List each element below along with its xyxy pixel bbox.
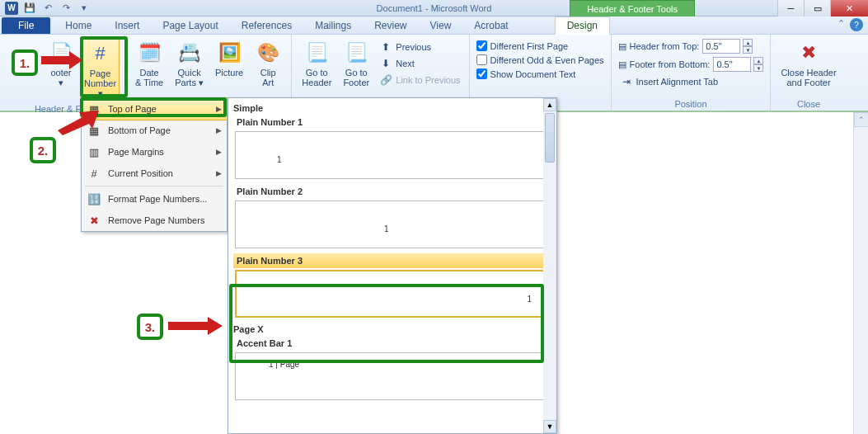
different-first-page-checkbox[interactable]: Different First Page	[475, 40, 606, 52]
link-to-previous-button[interactable]: 🔗Link to Previous	[376, 73, 463, 87]
goto-footer-button[interactable]: 📃 Go to Footer	[338, 36, 374, 91]
tab-references[interactable]: References	[230, 17, 303, 34]
scrollbar-thumb[interactable]	[545, 113, 555, 163]
menu-format-page-numbers[interactable]: 🔢 Format Page Numbers...	[82, 188, 227, 210]
close-hf-icon: ✖	[795, 40, 822, 66]
gallery-heading-simple: Simple	[233, 101, 551, 115]
ribbon-minimize-icon[interactable]: ⌃	[838, 18, 845, 31]
callout-2: 2.	[30, 137, 56, 163]
menu-remove-page-numbers[interactable]: ✖ Remove Page Numbers	[82, 210, 227, 231]
tab-home[interactable]: Home	[54, 17, 103, 34]
header-from-top-input[interactable]: 0.5"	[702, 39, 740, 54]
clip-art-button[interactable]: 🎨 Clip Art	[250, 36, 286, 91]
tab-insert[interactable]: Insert	[103, 17, 151, 34]
callout-3: 3.	[137, 314, 163, 340]
insert-alignment-tab-button[interactable]: ⇥Insert Alignment Tab	[617, 74, 766, 89]
tab-file[interactable]: File	[2, 17, 50, 34]
date-time-icon: 🗓️	[136, 40, 162, 66]
maximize-button[interactable]: ▭	[804, 0, 830, 17]
gallery-heading-pagex: Page X	[233, 323, 551, 336]
gallery-preview-accent-1: 1 | Page	[235, 352, 550, 400]
next-icon: ⬇	[379, 57, 392, 70]
goto-header-icon: 📃	[303, 40, 330, 66]
undo-icon[interactable]: ↶	[41, 2, 54, 15]
svg-marker-2	[168, 317, 223, 335]
page-margins-icon: ▥	[87, 144, 101, 159]
group-label-close: Close	[776, 97, 841, 111]
header-top-icon: ▤	[618, 41, 626, 52]
save-icon[interactable]: 💾	[23, 2, 36, 15]
submenu-arrow-icon: ▶	[216, 126, 222, 134]
footer-bottom-spinner[interactable]: ▲▼	[753, 57, 763, 72]
menu-separator	[85, 186, 223, 186]
goto-footer-icon: 📃	[343, 40, 369, 66]
footer-from-bottom-input[interactable]: 0.5"	[713, 57, 751, 72]
word-app-icon[interactable]: W	[5, 2, 18, 15]
gallery-scrollbar[interactable]: ▲ ▼	[543, 98, 556, 433]
window-buttons: ─ ▭ ✕	[777, 0, 868, 17]
menu-current-position[interactable]: # Current Position ▶	[82, 163, 227, 184]
arrow-3	[168, 317, 223, 335]
goto-header-button[interactable]: 📃 Go to Header	[297, 36, 336, 91]
redo-icon[interactable]: ↷	[59, 2, 73, 15]
title-bar: W 💾 ↶ ↷ ▾ Document1 - Microsoft Word Hea…	[0, 0, 868, 17]
minimize-button[interactable]: ─	[777, 0, 804, 17]
close-window-button[interactable]: ✕	[830, 0, 868, 17]
align-tab-icon: ⇥	[620, 75, 633, 88]
gallery-item-plain-1[interactable]: Plain Number 1 1	[233, 115, 551, 179]
quick-parts-icon: 📇	[176, 40, 203, 66]
gallery-item-plain-3[interactable]: Plain Number 3 1	[233, 253, 551, 318]
tab-acrobat[interactable]: Acrobat	[462, 17, 519, 34]
link-icon: 🔗	[379, 73, 392, 87]
group-label-position: Position	[617, 97, 766, 111]
quick-access-toolbar: W 💾 ↶ ↷ ▾	[0, 2, 96, 15]
tab-page-layout[interactable]: Page Layout	[151, 17, 229, 34]
tab-view[interactable]: View	[419, 17, 463, 34]
tab-design[interactable]: Design	[555, 17, 610, 35]
remove-icon: ✖	[87, 213, 101, 228]
svg-marker-1	[58, 111, 99, 135]
gallery-preview-plain-3: 1	[235, 270, 550, 318]
picture-icon: 🖼️	[216, 40, 242, 66]
tab-review[interactable]: Review	[363, 17, 418, 34]
arrow-2	[58, 111, 99, 135]
menu-page-margins[interactable]: ▥ Page Margins ▶	[82, 141, 227, 163]
format-icon: 🔢	[87, 191, 101, 206]
next-button[interactable]: ⬇Next	[376, 56, 463, 71]
menu-bottom-of-page[interactable]: ▦ Bottom of Page ▶	[82, 120, 227, 141]
page-number-dropdown: ▦ Top of Page ▶ ▦ Bottom of Page ▶ ▥ Pag…	[81, 97, 228, 232]
clip-art-icon: 🎨	[255, 40, 281, 66]
submenu-arrow-icon: ▶	[216, 105, 222, 113]
header-from-top-row: ▤ Header from Top: 0.5" ▲▼	[617, 38, 766, 54]
footer-from-bottom-row: ▤ Footer from Bottom: 0.5" ▲▼	[617, 56, 766, 73]
callout-1: 1.	[12, 50, 38, 76]
different-odd-even-checkbox[interactable]: Different Odd & Even Pages	[475, 54, 606, 66]
gallery-item-accent-1[interactable]: Accent Bar 1 1 | Page	[233, 336, 551, 400]
window-scrollbar[interactable]: ⌃	[853, 112, 868, 434]
document-title: Document1 - Microsoft Word	[377, 3, 492, 13]
gallery-preview-plain-2: 1	[235, 200, 550, 248]
previous-button[interactable]: ⬆Previous	[376, 40, 463, 54]
header-top-spinner[interactable]: ▲▼	[743, 39, 753, 54]
menu-top-of-page[interactable]: ▦ Top of Page ▶	[81, 97, 228, 120]
date-time-button[interactable]: 🗓️ Date & Time	[130, 36, 168, 91]
scroll-top-icon[interactable]: ⌃	[854, 112, 868, 127]
help-icon[interactable]: ?	[850, 18, 863, 31]
qat-customize-icon[interactable]: ▾	[77, 2, 91, 15]
gallery-item-plain-2[interactable]: Plain Number 2 1	[233, 184, 551, 248]
picture-button[interactable]: 🖼️ Picture	[210, 36, 248, 81]
submenu-arrow-icon: ▶	[216, 169, 222, 177]
quick-parts-button[interactable]: 📇 Quick Parts ▾	[170, 36, 209, 91]
scroll-down-icon[interactable]: ▼	[543, 420, 556, 433]
page-number-icon: #	[87, 40, 114, 67]
show-document-text-checkbox[interactable]: Show Document Text	[475, 68, 606, 80]
page-number-button[interactable]: # Page Number ▾	[81, 36, 120, 102]
close-header-footer-button[interactable]: ✖ Close Header and Footer	[776, 36, 841, 91]
scroll-up-icon[interactable]: ▲	[543, 98, 556, 111]
tab-mailings[interactable]: Mailings	[303, 17, 363, 34]
svg-marker-0	[41, 51, 82, 69]
submenu-arrow-icon: ▶	[216, 148, 222, 156]
ribbon-tab-strip: File Home Insert Page Layout References …	[0, 17, 868, 35]
gallery-preview-plain-1: 1	[235, 131, 550, 179]
current-position-icon: #	[87, 166, 101, 181]
